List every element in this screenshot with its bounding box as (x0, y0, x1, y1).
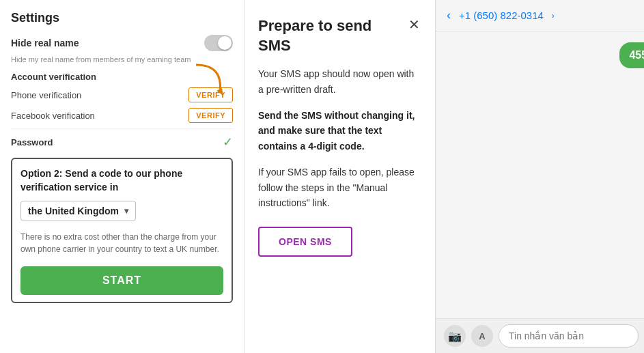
arrow-annotation (189, 58, 230, 99)
phone-header: ‹ +1 (650) 822-0314 › (436, 0, 644, 31)
modal-body-text1: Your SMS app should now open with a pre-… (258, 66, 421, 97)
modal-body-text3: If your SMS app fails to open, please fo… (258, 165, 421, 210)
close-button[interactable]: ✕ (407, 16, 421, 33)
modal-body-text2-bold: Send the SMS without changing it, and ma… (258, 108, 421, 154)
modal-title: Prepare to send SMS (258, 16, 407, 55)
camera-icon: 📷 (448, 330, 462, 343)
country-chevron-icon: ▾ (124, 206, 128, 216)
phone-chevron-icon: › (552, 11, 555, 20)
keyboard-icon-button[interactable]: A (471, 325, 493, 347)
option2-box: Option 2: Send a code to our phone verif… (11, 158, 233, 303)
middle-panel: Prepare to send SMS ✕ Your SMS app shoul… (244, 0, 436, 353)
facebook-verify-button[interactable]: VERIFY (188, 108, 233, 123)
open-sms-button[interactable]: OPEN SMS (258, 227, 352, 257)
sms-area: 4555 (436, 31, 644, 318)
country-label: the United Kingdom (28, 206, 119, 216)
password-check-icon: ✓ (223, 135, 233, 150)
option2-title: Option 2: Send a code to our phone verif… (20, 167, 223, 194)
password-label: Password (11, 137, 53, 147)
country-select[interactable]: the United Kingdom ▾ (20, 201, 136, 221)
phone-number: +1 (650) 822-0314 (459, 10, 544, 21)
back-arrow-icon[interactable]: ‹ (447, 8, 451, 23)
sms-text-input[interactable] (499, 324, 639, 348)
svg-marker-0 (216, 88, 223, 96)
settings-title: Settings (11, 11, 233, 25)
extra-cost-note: There is no extra cost other than the ch… (20, 231, 223, 255)
hide-real-name-row: Hide real name (11, 35, 233, 51)
facebook-verification-row: Facebook verification VERIFY (11, 108, 233, 123)
password-row: Password ✓ (11, 128, 233, 150)
modal-body: Your SMS app should now open with a pre-… (258, 66, 421, 210)
facebook-verification-label: Facebook verification (11, 111, 95, 121)
phone-verification-label: Phone verification (11, 90, 81, 100)
sms-bubble: 4555 (619, 42, 644, 68)
start-button[interactable]: START (20, 266, 223, 295)
keyboard-icon: A (479, 331, 485, 341)
sms-input-row: 📷 A ↑ (436, 318, 644, 353)
modal-header: Prepare to send SMS ✕ (258, 16, 421, 55)
hide-real-name-label: Hide real name (11, 38, 79, 48)
camera-icon-button[interactable]: 📷 (444, 325, 466, 347)
hide-real-name-toggle[interactable] (204, 35, 233, 51)
left-panel: Settings Hide real name Hide my real nam… (0, 0, 244, 353)
right-panel: ‹ +1 (650) 822-0314 › 4555 📷 A ↑ (436, 0, 644, 353)
